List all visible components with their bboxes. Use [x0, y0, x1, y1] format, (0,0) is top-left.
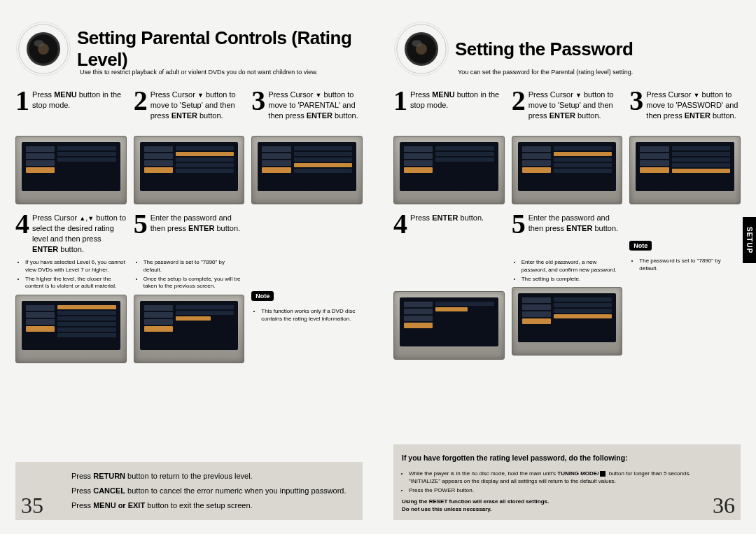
steps-grid: 1 Press MENU button in the stop mode. 2 … [393, 88, 741, 360]
step-4-bullets: If you have selected Level 6, you cannot… [15, 259, 127, 290]
page-number: 36 [713, 493, 735, 519]
note-badge: Note [251, 291, 274, 301]
stop-icon [600, 471, 606, 477]
reset-warning: Using the RESET function will erase all … [402, 498, 549, 505]
tv-screenshot [512, 287, 623, 356]
svg-point-5 [34, 40, 43, 47]
step-number: 2 [134, 88, 148, 113]
forgot-title: If you have forgotten the rating level p… [402, 451, 692, 465]
step-2: 2 Press Cursor ▼ button to move to 'Setu… [512, 88, 623, 204]
reset-warning: Do not use this unless necessary. [402, 506, 491, 512]
bullet: Press the POWER button. [409, 486, 692, 494]
step-number: 5 [134, 211, 148, 237]
step-text: Press ENTER button. [410, 211, 484, 223]
step-number: 2 [512, 88, 526, 113]
bullet: The password is set to "7890" by default… [144, 259, 245, 274]
step-text: Enter the password and then press ENTER … [528, 211, 623, 234]
manual-spread: Setting Parental Controls (Rating Level)… [0, 0, 756, 534]
step-number: 4 [15, 211, 29, 237]
bullet: Once the setup is complete, you will be … [144, 276, 245, 291]
step-number: 5 [512, 211, 526, 237]
bullet: The higher the level, the closer the con… [25, 276, 127, 291]
tv-screenshot [15, 295, 127, 363]
side-tab-setup: SETUP [743, 217, 756, 263]
step-5: 5 Enter the password and then press ENTE… [512, 211, 623, 360]
step-5: 5 Enter the password and then press ENTE… [134, 211, 245, 363]
page-subtitle: You can set the password for the Parenta… [458, 69, 741, 76]
svg-point-11 [412, 40, 421, 47]
note-block: Note The password is set to "7890" by de… [629, 211, 741, 360]
step-4: 4 Press ENTER button. [393, 211, 505, 360]
tv-screenshot [134, 295, 245, 363]
step-5-bullets: Enter the old password, a new password, … [512, 259, 623, 283]
tv-screenshot [393, 291, 505, 360]
bullet: The password is set to "7890" by default… [639, 258, 741, 273]
note-badge: Note [629, 241, 652, 251]
speaker-icon [15, 21, 71, 77]
forgot-bullets: While the player is in the no disc mode,… [402, 470, 692, 495]
note-bullets: The password is set to "7890" by default… [629, 258, 741, 273]
footer-line: Press RETURN button to return to the pre… [71, 469, 354, 484]
footer-line: Press CANCEL button to cancel the error … [71, 484, 354, 498]
step-text: Press Cursor ▼ button to move to 'Setup'… [150, 88, 245, 121]
step-1: 1 Press MENU button in the stop mode. [393, 88, 505, 204]
step-number: 1 [393, 88, 407, 113]
steps-grid: 1 Press MENU button in the stop mode. 2 … [15, 88, 363, 363]
step-number: 1 [15, 88, 29, 113]
step-text: Press Cursor ▼ button to move to 'PARENT… [268, 88, 363, 121]
footer-instructions: Press RETURN button to return to the pre… [15, 462, 363, 520]
footer-reset-instructions: If you have forgotten the rating level p… [393, 444, 741, 520]
note-block: Note This function works only if a DVD d… [251, 211, 363, 363]
footer-line: Press MENU or EXIT button to exit the se… [71, 498, 354, 513]
page-title: Setting the Password [455, 38, 633, 60]
tv-screenshot [629, 136, 741, 204]
bullet: The setting is complete. [522, 276, 623, 283]
page-35: Setting Parental Controls (Rating Level)… [0, 0, 378, 534]
tv-screenshot [512, 136, 623, 204]
step-number: 4 [393, 211, 407, 237]
step-3: 3 Press Cursor ▼ button to move to 'PARE… [251, 88, 363, 204]
bullet: If you have selected Level 6, you cannot… [25, 259, 127, 274]
note-bullets: This function works only if a DVD disc c… [251, 308, 363, 323]
step-4: 4 Press Cursor ▲,▼ button to select the … [15, 211, 127, 363]
tv-screenshot [251, 136, 363, 204]
step-number: 3 [629, 88, 643, 113]
page-number: 35 [21, 493, 43, 519]
step-5-bullets: The password is set to "7890" by default… [134, 259, 245, 290]
bullet: This function works only if a DVD disc c… [261, 308, 363, 323]
step-number: 3 [251, 88, 265, 113]
step-3: 3 Press Cursor ▼ button to move to 'PASS… [629, 88, 741, 204]
step-1: 1 Press MENU button in the stop mode. [15, 88, 127, 204]
step-text: Press MENU button in the stop mode. [32, 88, 127, 111]
step-text: Press MENU button in the stop mode. [410, 88, 505, 111]
step-2: 2 Press Cursor ▼ button to move to 'Setu… [134, 88, 245, 204]
page-title: Setting Parental Controls (Rating Level) [77, 27, 363, 71]
step-text: Enter the password and then press ENTER … [150, 211, 245, 234]
tv-screenshot [393, 136, 505, 204]
step-text: Press Cursor ▲,▼ button to select the de… [32, 211, 127, 254]
step-text: Press Cursor ▼ button to move to 'Setup'… [528, 88, 623, 121]
speaker-icon [393, 21, 449, 77]
bullet: While the player is in the no disc mode,… [409, 470, 692, 485]
tv-screenshot [134, 136, 245, 204]
step-text: Press Cursor ▼ button to move to 'PASSWO… [646, 88, 741, 121]
page-36: Setting the Password You can set the pas… [378, 0, 756, 534]
bullet: Enter the old password, a new password, … [522, 259, 623, 274]
tv-screenshot [15, 136, 127, 204]
